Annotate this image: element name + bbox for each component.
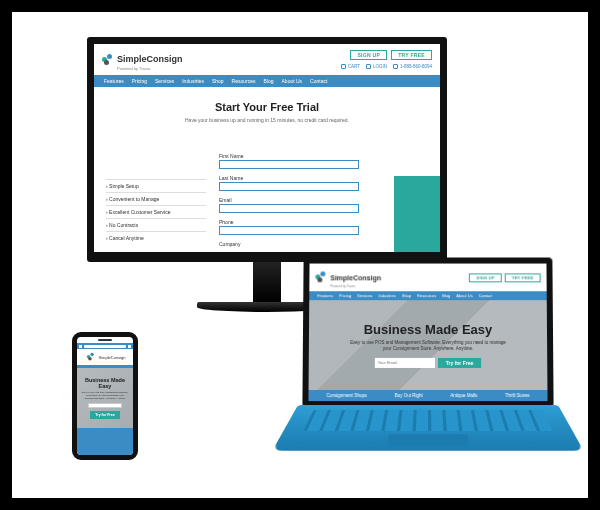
category-link[interactable]: Thrift Stores	[505, 393, 530, 398]
try-free-button[interactable]: Try for Free	[438, 358, 482, 368]
benefits-list: Simple Setup Convenient to Manage Excell…	[106, 179, 206, 244]
email-input[interactable]	[219, 204, 359, 213]
login-link[interactable]: LOGIN	[366, 64, 387, 69]
nav-item[interactable]: Blog	[442, 293, 450, 298]
hero-title: Business Made Easy	[364, 322, 493, 337]
nav-item[interactable]: Contact	[479, 293, 493, 298]
phone-device: SimpleConsign Business Made Easy Easy to…	[72, 332, 138, 460]
nav-item[interactable]: Services	[357, 293, 372, 298]
menu-icon[interactable]	[128, 345, 131, 348]
last-name-input[interactable]	[219, 182, 359, 191]
page-title: Start Your Free Trial	[94, 101, 440, 113]
brand-name[interactable]: SimpleConsign	[99, 355, 126, 360]
url-field[interactable]	[84, 345, 126, 348]
monitor-screen: SimpleConsign Powered by Traxia SIGN UP …	[87, 37, 447, 262]
try-free-button[interactable]: Try for Free	[90, 411, 119, 419]
brand-logo[interactable]: SimpleConsign Powered by Traxia	[102, 48, 183, 71]
benefit-item: No Contracts	[106, 218, 206, 231]
logo-icon	[86, 353, 94, 361]
nav-item[interactable]: Industries	[378, 293, 395, 298]
primary-nav: Features Pricing Services Industries Sho…	[94, 75, 440, 87]
benefit-item: Cancel Anytime	[106, 231, 206, 244]
primary-nav: Features Pricing Services Industries Sho…	[309, 291, 547, 300]
email-input[interactable]	[88, 403, 122, 408]
brand-tagline: Powered by Traxia	[330, 284, 381, 288]
category-link[interactable]: Buy Out Right	[395, 393, 423, 398]
phone-label: Phone	[219, 219, 359, 225]
try-free-button[interactable]: TRY FREE	[505, 273, 541, 282]
category-link[interactable]: Consignment Shops	[326, 393, 367, 398]
first-name-label: First Name	[219, 153, 359, 159]
category-strip: Consignment Shops Buy Out Right Antique …	[308, 390, 547, 401]
benefit-item: Simple Setup	[106, 179, 206, 192]
first-name-input[interactable]	[219, 160, 359, 169]
benefit-item: Convenient to Manage	[106, 192, 206, 205]
cart-link[interactable]: CART	[341, 64, 360, 69]
nav-item[interactable]: Contact	[310, 78, 327, 84]
company-label: Company	[219, 241, 359, 247]
cart-icon	[341, 64, 346, 69]
phone-link[interactable]: 1-888-860-8094	[393, 64, 432, 69]
nav-item[interactable]: Features	[104, 78, 124, 84]
nav-item[interactable]: Shop	[212, 78, 224, 84]
category-strip	[77, 428, 133, 458]
hero-title: Business Made Easy	[80, 377, 130, 389]
cloud-icon	[366, 64, 371, 69]
trial-page: Start Your Free Trial Have your business…	[94, 101, 440, 262]
nav-item[interactable]: Services	[155, 78, 174, 84]
site-header: SimpleConsign Powered by Traxia SIGN UP …	[309, 264, 546, 292]
category-link[interactable]: Antique Malls	[450, 393, 477, 398]
signup-button[interactable]: SIGN UP	[350, 50, 387, 60]
signup-button[interactable]: SIGN UP	[469, 273, 501, 282]
brand-logo[interactable]: SimpleConsign Powered by Traxia	[315, 267, 381, 289]
hero-subtitle: Easy to use POS and Management Software.…	[348, 340, 508, 352]
decorative-panel	[394, 176, 440, 256]
nav-item[interactable]: Shop	[402, 293, 411, 298]
page-subtitle: Have your business up and running in 15 …	[94, 117, 440, 123]
email-input[interactable]	[375, 358, 435, 368]
device-showcase: SimpleConsign Powered by Traxia SIGN UP …	[0, 0, 600, 510]
laptop-screen: SimpleConsign Powered by Traxia SIGN UP …	[302, 258, 553, 408]
last-name-label: Last Name	[219, 175, 359, 181]
phone-input[interactable]	[219, 226, 359, 235]
signup-form: First Name Last Name Email Phone Company	[219, 153, 359, 248]
brand-name: SimpleConsign	[330, 274, 381, 281]
logo-icon	[102, 54, 114, 66]
logo-icon	[315, 271, 327, 283]
nav-item[interactable]: Pricing	[132, 78, 147, 84]
utility-row: CART LOGIN 1-888-860-8094	[341, 64, 432, 69]
monitor-stand	[253, 262, 281, 302]
nav-item[interactable]: About Us	[456, 293, 472, 298]
phone-icon	[393, 64, 398, 69]
browser-control-icon[interactable]	[79, 345, 82, 348]
brand-name: SimpleConsign	[117, 54, 183, 64]
nav-item[interactable]: Pricing	[339, 293, 351, 298]
hero-section: Business Made Easy Easy to use POS and M…	[77, 368, 133, 428]
nav-item[interactable]: Features	[317, 293, 333, 298]
nav-item[interactable]: Resources	[417, 293, 436, 298]
benefit-item: Excellent Customer Service	[106, 205, 206, 218]
email-label: Email	[219, 197, 359, 203]
site-header: SimpleConsign Powered by Traxia SIGN UP …	[94, 44, 440, 75]
nav-item[interactable]: About Us	[282, 78, 303, 84]
nav-item[interactable]: Blog	[264, 78, 274, 84]
hero-section: Business Made Easy Easy to use POS and M…	[309, 300, 548, 390]
nav-item[interactable]: Industries	[182, 78, 204, 84]
nav-item[interactable]: Resources	[232, 78, 256, 84]
laptop-device: SimpleConsign Powered by Traxia SIGN UP …	[298, 257, 558, 467]
try-free-button[interactable]: TRY FREE	[391, 50, 432, 60]
site-header: SimpleConsign	[77, 349, 133, 365]
hero-subtitle: Easy to use POS and Management Software.…	[80, 391, 130, 399]
laptop-keyboard	[272, 405, 583, 451]
brand-tagline: Powered by Traxia	[117, 66, 183, 71]
